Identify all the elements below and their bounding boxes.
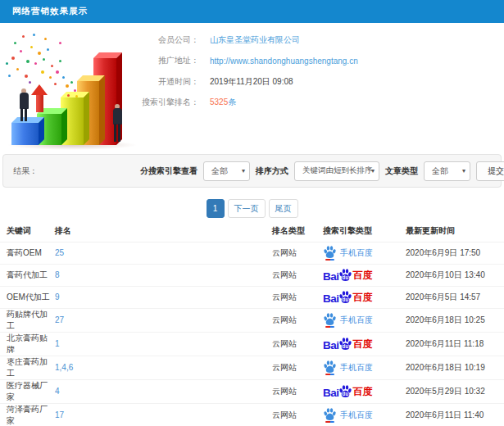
chevron-down-icon: ▾ bbox=[462, 167, 465, 174]
baidu-logo[interactable]: Bai du 百度 bbox=[323, 268, 373, 283]
engine-label: 百度 bbox=[353, 269, 373, 283]
engine-filter-value: 全部 bbox=[211, 165, 228, 177]
rank-cell: 4 bbox=[55, 379, 272, 403]
table-row: 枣庄膏药加工 1,4,6 云网站 手机百度 2020年6月18日 10:19 bbox=[0, 356, 504, 379]
businessman-left bbox=[17, 88, 30, 123]
engine-label: 手机百度 bbox=[340, 410, 373, 421]
title-bar: 网络营销效果展示 bbox=[0, 0, 504, 23]
baidu-logo[interactable]: Bai du 百度 bbox=[323, 290, 373, 305]
chevron-down-icon: ▾ bbox=[242, 167, 245, 174]
confetti-dot bbox=[62, 76, 65, 79]
engine-cell: 手机百度 bbox=[323, 242, 406, 264]
column-header: 搜索引擎类型 bbox=[323, 220, 406, 242]
confetti-dot bbox=[56, 70, 59, 74]
mobile-baidu-logo[interactable]: 手机百度 bbox=[323, 312, 373, 329]
info-value: 2019年11月20日 09:08 bbox=[210, 76, 293, 88]
baidu-latin-text: Bai bbox=[323, 387, 339, 399]
table-row: 膏药OEM 25 云网站 手机百度 2020年6月9日 17:50 bbox=[0, 242, 504, 264]
info-row: 推广地址：http://www.shandonghuangshengtang.c… bbox=[127, 51, 358, 72]
updated-cell: 2020年6月10日 13:40 bbox=[406, 264, 504, 286]
rank-link[interactable]: 17 bbox=[55, 410, 64, 419]
confetti-dot bbox=[11, 57, 15, 60]
rank-cell: 25 bbox=[55, 242, 272, 264]
confetti-dot bbox=[59, 60, 61, 62]
column-header: 排名 bbox=[55, 220, 272, 242]
info-row: 开通时间：2019年11月20日 09:08 bbox=[127, 71, 358, 93]
engine-cell: Bai du 百度 bbox=[323, 286, 406, 308]
submit-button[interactable]: 提交 bbox=[476, 161, 504, 181]
rank-link[interactable]: 9 bbox=[55, 292, 60, 301]
confetti-dot bbox=[47, 48, 49, 51]
rank-type-cell: 云网站 bbox=[272, 403, 323, 426]
table-row: 膏药代加工 8 云网站 Bai du 百度 2020年6月10日 13:40 bbox=[0, 264, 504, 286]
rank-cell: 1,4,6 bbox=[55, 356, 272, 379]
svg-text:du: du bbox=[342, 274, 348, 280]
confetti-dot bbox=[14, 42, 16, 44]
rank-link[interactable]: 27 bbox=[55, 315, 64, 324]
mobile-baidu-logo[interactable]: 手机百度 bbox=[323, 360, 373, 376]
info-value[interactable]: http://www.shandonghuangshengtang.cn bbox=[210, 57, 358, 66]
updated-cell: 2020年6月9日 17:50 bbox=[406, 242, 504, 264]
page-title: 网络营销效果展示 bbox=[12, 6, 88, 17]
engine-filter-label: 分搜索引擎查看 bbox=[140, 165, 198, 177]
rank-link[interactable]: 25 bbox=[55, 248, 64, 257]
rank-link[interactable]: 1,4,6 bbox=[55, 363, 73, 372]
keyword-cell: 医疗器械厂家 bbox=[0, 379, 55, 403]
baidu-logo[interactable]: Bai du 百度 bbox=[323, 384, 373, 399]
baidu-paw-icon: du bbox=[338, 337, 352, 351]
rank-link[interactable]: 1 bbox=[55, 339, 60, 348]
result-count: 5325 bbox=[210, 97, 228, 106]
confetti-dot bbox=[67, 94, 70, 97]
mobile-baidu-logo[interactable]: 手机百度 bbox=[323, 407, 373, 424]
engine-label: 百度 bbox=[353, 291, 373, 305]
confetti-dot bbox=[34, 62, 37, 65]
info-value: 5325条 bbox=[210, 97, 236, 108]
chart-bar bbox=[11, 123, 39, 145]
mobile-baidu-logo[interactable]: 手机百度 bbox=[323, 245, 373, 261]
filter-controls: 分搜索引擎查看 全部 ▾ 排序方式 关键词由短到长排序 ▾ 文章类型 全部 ▾ … bbox=[140, 161, 504, 181]
confetti-dot bbox=[43, 58, 45, 61]
rank-type-cell: 云网站 bbox=[272, 379, 323, 403]
engine-cell: Bai du 百度 bbox=[323, 379, 406, 403]
confetti-dot bbox=[6, 62, 8, 65]
confetti-dot bbox=[75, 95, 78, 97]
info-label: 搜索引擎排名： bbox=[127, 97, 199, 108]
engine-label: 手机百度 bbox=[340, 362, 373, 374]
engine-filter-select[interactable]: 全部 ▾ bbox=[203, 161, 250, 181]
engine-label: 百度 bbox=[353, 338, 373, 351]
summary-section: 会员公司：山东皇圣堂药业有限公司推广地址：http://www.shandong… bbox=[0, 23, 504, 154]
baidu-latin-text: Bai bbox=[323, 270, 339, 283]
sort-select[interactable]: 关键词由短到长排序 ▾ bbox=[294, 161, 379, 181]
table-row: 医疗器械厂家 4 云网站 Bai du 百度 2020年5月29日 10:32 bbox=[0, 379, 504, 403]
rank-link[interactable]: 8 bbox=[55, 270, 60, 279]
article-type-select[interactable]: 全部 ▾ bbox=[424, 161, 470, 181]
table-row: 药贴牌代加工 27 云网站 手机百度 2020年6月18日 10:25 bbox=[0, 308, 504, 332]
baidu-paw-icon bbox=[323, 360, 337, 376]
engine-label: 手机百度 bbox=[340, 315, 373, 326]
confetti-dot bbox=[54, 83, 57, 85]
confetti-dot bbox=[20, 50, 22, 52]
column-header: 最新更新时间 bbox=[406, 220, 504, 242]
member-info: 会员公司：山东皇圣堂药业有限公司推广地址：http://www.shandong… bbox=[127, 29, 358, 113]
page-current[interactable]: 1 bbox=[207, 199, 225, 218]
rank-type-cell: 云网站 bbox=[272, 356, 323, 379]
keyword-cell: OEM代加工 bbox=[0, 286, 55, 308]
engine-label: 手机百度 bbox=[340, 247, 373, 259]
confetti-dot bbox=[74, 89, 76, 92]
confetti-dot bbox=[33, 34, 35, 36]
info-value[interactable]: 山东皇圣堂药业有限公司 bbox=[210, 34, 300, 46]
updated-cell: 2020年5月29日 10:32 bbox=[406, 379, 504, 403]
confetti-dot bbox=[66, 84, 69, 88]
baidu-logo[interactable]: Bai du 百度 bbox=[323, 337, 373, 351]
confetti-dot bbox=[44, 38, 47, 40]
confetti-dot bbox=[49, 76, 52, 79]
updated-cell: 2020年6月18日 10:19 bbox=[406, 356, 504, 379]
next-page-button[interactable]: 下一页 bbox=[228, 199, 266, 218]
baidu-paw-icon bbox=[323, 245, 337, 261]
confetti-dot bbox=[29, 81, 31, 84]
engine-cell: Bai du 百度 bbox=[323, 332, 406, 356]
rank-link[interactable]: 4 bbox=[55, 387, 60, 396]
updated-cell: 2020年6月5日 14:57 bbox=[406, 286, 504, 308]
info-row: 搜索引擎排名：5325条 bbox=[127, 93, 358, 114]
last-page-button[interactable]: 尾页 bbox=[269, 199, 298, 218]
